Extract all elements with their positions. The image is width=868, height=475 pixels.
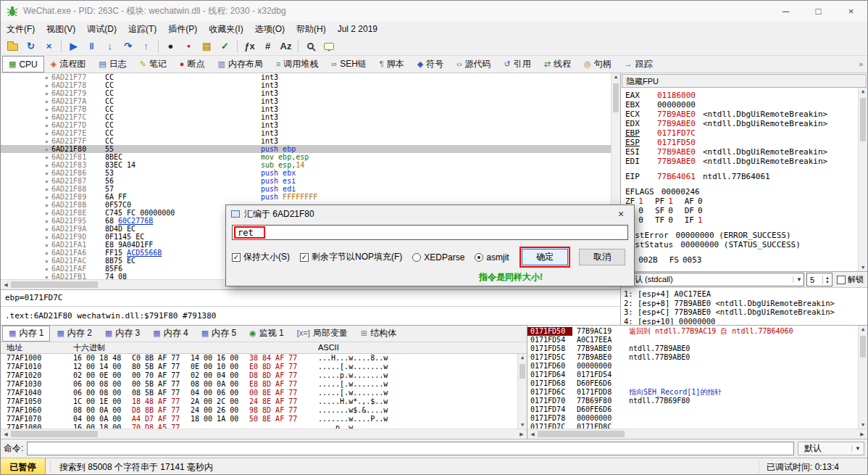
stack-arguments-view[interactable]: 1: [esp+4] A0C17EEA2: [esp+8] 77B9ABE0 <… xyxy=(621,287,867,325)
menu-item[interactable]: 收藏夹(I) xyxy=(203,22,249,37)
breakpoint-dot[interactable]: ● xyxy=(1,185,51,193)
tab-内存 3[interactable]: ▦内存 3 xyxy=(99,326,146,342)
close-button[interactable]: × xyxy=(835,1,867,21)
calculator-button[interactable]: ƒx xyxy=(241,38,259,54)
tab-SEH链[interactable]: ∞SEH链 xyxy=(325,56,373,73)
tab-CPU[interactable]: ▦CPU xyxy=(2,56,44,73)
stack-argument-row[interactable]: 2: [esp+8] 77B9ABE0 <ntdll.DbgUiRemoteBr… xyxy=(624,299,864,308)
breakpoint-dot[interactable]: ● xyxy=(1,113,51,121)
tab-符号[interactable]: ◆符号 xyxy=(411,56,450,73)
register-row[interactable]: EBP0171FD7C xyxy=(625,128,864,138)
command-input[interactable] xyxy=(27,442,794,455)
breakpoint-dot[interactable]: ● xyxy=(1,217,51,225)
stack-row[interactable]: 0171FD6C0171FDD8指向SEH_Record[1]的指针 xyxy=(527,388,867,397)
memory-map-button[interactable]: ▤ xyxy=(198,38,216,54)
stack-row[interactable]: 0171FD54A0C17EEA xyxy=(527,336,867,344)
tab-内存 1[interactable]: ▦内存 1 xyxy=(2,326,50,342)
step-into-button[interactable]: ↓ xyxy=(101,38,119,54)
disasm-row[interactable]: ●6AD21F8653push ebx xyxy=(1,169,620,177)
hide-fpu-button[interactable]: 隐藏FPU xyxy=(622,74,867,88)
registers-view[interactable]: ▲ ▼ EAX01186000EBX00000000ECX77B9ABE0<nt… xyxy=(621,88,867,271)
tab-流程图[interactable]: ◈流程图 xyxy=(44,56,92,73)
scrollbar-thumb[interactable] xyxy=(519,364,525,379)
scrollbar-thumb[interactable] xyxy=(613,83,619,112)
register-row[interactable]: LastStatus00000000 (STATUS_SUCCESS) xyxy=(625,240,864,249)
dump-row[interactable]: 77AF100016 00 18 48C0 8B AF 7714 00 16 0… xyxy=(1,354,527,363)
tab-调用堆栈[interactable]: ≡调用堆栈 xyxy=(270,56,325,73)
register-row[interactable]: GS002BFS0053 xyxy=(625,255,864,265)
dump-row[interactable]: 77AF108016 00 18 0070 D8 A5 77....p..w xyxy=(1,424,527,429)
scrollbar-thumb[interactable] xyxy=(860,336,866,358)
breakpoint-dot[interactable]: ● xyxy=(1,249,51,257)
menu-item[interactable]: 调试(D) xyxy=(81,22,122,37)
stack-row[interactable]: 0171FD5877B9ABE0ntdll.77B9ABE0 xyxy=(527,344,867,353)
xedparse-radio[interactable]: XEDParse xyxy=(412,252,464,263)
stack-row[interactable]: 0171FD5C77B9ABE0ntdll.77B9ABE0 xyxy=(527,353,867,362)
restart-button[interactable]: ↻ xyxy=(22,38,40,54)
fill-nop-checkbox[interactable]: ✓ 剩余字节以NOP填充(F) xyxy=(300,251,402,263)
breakpoint-dot[interactable]: ● xyxy=(1,193,51,201)
scroll-left-icon[interactable]: ◀ xyxy=(1,282,11,288)
tab-引用[interactable]: ↺引用 xyxy=(498,56,538,73)
find-button[interactable] xyxy=(301,38,320,54)
scroll-right-icon[interactable]: ▶ xyxy=(857,431,867,437)
tab-监视 1[interactable]: ◉监视 1 xyxy=(243,326,291,342)
menu-item[interactable]: Jul 2 2019 xyxy=(332,22,383,36)
assemble-button[interactable]: # xyxy=(259,38,277,54)
tab-句柄[interactable]: ◎句柄 xyxy=(577,56,618,73)
tab-脚本[interactable]: ¶脚本 xyxy=(373,56,411,73)
radio-checked-icon[interactable] xyxy=(475,253,483,262)
dump-row[interactable]: 77AF104006 00 08 0008 5B AF 7704 00 06 0… xyxy=(1,389,527,397)
execute-till-return-button[interactable]: ↑ xyxy=(137,38,155,54)
calling-convention-select[interactable]: 默认 (stdcall) ▼ xyxy=(622,273,804,286)
run-button[interactable]: ▶ xyxy=(64,38,83,54)
register-row[interactable]: OF0SF0DF0 xyxy=(625,206,864,215)
breakpoint-dot[interactable]: ● xyxy=(1,81,51,89)
step-over-button[interactable]: ↷ xyxy=(119,38,137,54)
register-row[interactable]: EIP77B64061ntdll.77B64061 xyxy=(625,172,864,181)
stack-row[interactable]: 0171FD5077B9AC19返回到 ntdll.77B9AC19 自 ntd… xyxy=(527,327,867,336)
scroll-down-icon[interactable]: ▼ xyxy=(518,422,527,428)
pause-button[interactable]: ‖ xyxy=(83,38,101,54)
disasm-row[interactable]: ●6AD21F77CCint3 xyxy=(1,73,620,81)
disasm-row[interactable]: ●6AD21F79CCint3 xyxy=(1,89,620,97)
tab-内存 5[interactable]: ▦内存 5 xyxy=(195,326,243,342)
tab-跟踪[interactable]: →跟踪 xyxy=(618,56,659,73)
dump-row[interactable]: 77AF101012 00 14 0080 5B AF 770E 00 10 0… xyxy=(1,363,527,371)
close-debuggee-button[interactable]: × xyxy=(40,38,58,54)
breakpoint-dot[interactable]: ● xyxy=(1,273,51,279)
tab-断点[interactable]: ●断点 xyxy=(173,56,212,73)
stack-row[interactable]: 0171FD7800000000 xyxy=(527,414,867,423)
stack-argument-row[interactable]: 4: [esp+10] 00000000 xyxy=(624,317,864,326)
register-row[interactable]: ESP0171FD50 xyxy=(625,138,864,147)
breakpoint-dot[interactable]: ● xyxy=(1,129,51,137)
menu-item[interactable]: 帮助(H) xyxy=(291,22,332,37)
strings-button[interactable]: Az xyxy=(277,38,295,54)
breakpoint-dot[interactable]: ● xyxy=(1,97,51,105)
minimize-button[interactable]: ─ xyxy=(769,1,802,21)
register-row[interactable]: ZF1PF1AF0 xyxy=(625,197,864,206)
breakpoint-dot[interactable]: ● xyxy=(1,137,51,145)
scroll-up-icon[interactable]: ▲ xyxy=(518,355,527,360)
radio-unchecked-icon[interactable] xyxy=(412,253,421,262)
register-row[interactable]: ECX77B9ABE0<ntdll.DbgUiRemoteBreakin> xyxy=(625,110,864,119)
scrollbar-thumb[interactable] xyxy=(11,281,98,288)
stack-row[interactable]: 0171FD68D60FE6D6 xyxy=(527,379,867,388)
instruction-input[interactable]: ret xyxy=(232,225,628,240)
register-row[interactable]: EDX77B9ABE0<ntdll.DbgUiRemoteBreakin> xyxy=(625,119,864,128)
register-row[interactable]: EAX01186000 xyxy=(625,91,864,100)
preferences-check-button[interactable]: ✓ xyxy=(216,38,234,54)
dump-row[interactable]: 77AF107004 00 0A 00A4 D7 AF 7718 00 1A 0… xyxy=(1,415,527,424)
checkbox-checked-icon[interactable]: ✓ xyxy=(232,253,241,262)
tab-笔记[interactable]: ✎笔记 xyxy=(133,56,173,73)
scroll-up-icon[interactable]: ▲ xyxy=(859,88,867,94)
breakpoint-dot[interactable]: ● xyxy=(1,161,51,169)
register-row[interactable]: LastError00000000 (ERROR_SUCCESS) xyxy=(625,231,864,240)
register-row[interactable]: EDI77B9ABE0<ntdll.DbgUiRemoteBreakin> xyxy=(625,157,864,166)
breakpoint-dot[interactable]: ● xyxy=(1,105,51,113)
disasm-row[interactable]: ●6AD21F896A FFpush FFFFFFFF xyxy=(1,193,620,201)
scroll-up-icon[interactable]: ▲ xyxy=(859,326,867,332)
breakpoint-dot[interactable]: ● xyxy=(1,233,51,241)
tab-overflow-icon[interactable]: » xyxy=(854,56,867,73)
checkbox-checked-icon[interactable]: ✓ xyxy=(300,253,309,262)
